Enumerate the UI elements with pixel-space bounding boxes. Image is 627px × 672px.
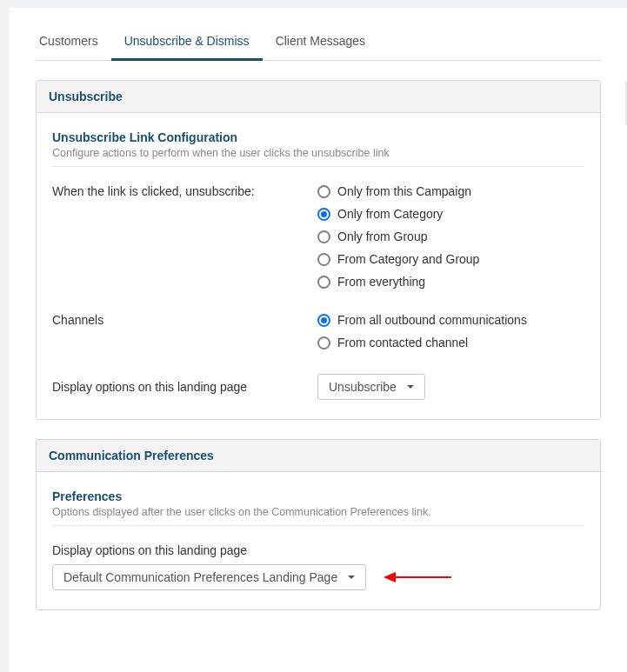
radio-item-campaign[interactable]: Only from this Campaign [317, 184, 479, 198]
svg-marker-1 [384, 572, 396, 582]
radio-icon [317, 314, 330, 327]
annotation-arrow [384, 570, 451, 584]
settings-frame: Customers Unsubscribe & Dismiss Client M… [10, 8, 627, 672]
tab-unsubscribe-dismiss[interactable]: Unsubscribe & Dismiss [111, 25, 263, 61]
communication-preferences-panel: Communication Preferences Preferences Op… [36, 439, 601, 610]
divider [52, 525, 584, 526]
dropdown-comm-prefs-display[interactable]: Default Communication Preferences Landin… [52, 564, 366, 590]
panel-body-unsubscribe: Unsubscribe Link Configuration Configure… [37, 113, 600, 419]
row-display-options-comm: Default Communication Preferences Landin… [52, 564, 584, 590]
panel-body-comm-prefs: Preferences Options displayed after the … [37, 472, 600, 609]
arrow-left-icon [384, 570, 451, 584]
radio-icon [317, 185, 330, 198]
radio-item-all-outbound[interactable]: From all outbound communications [317, 313, 527, 327]
radio-label: From Category and Group [337, 252, 479, 266]
panel-header-unsubscribe: Unsubscribe [37, 81, 600, 113]
tab-customers[interactable]: Customers [36, 25, 111, 61]
radio-group-channels: From all outbound communications From co… [317, 313, 527, 349]
radio-icon [317, 336, 330, 349]
radio-label: From all outbound communications [337, 313, 527, 327]
radio-icon [317, 230, 330, 243]
radio-item-category[interactable]: Only from Category [317, 207, 479, 221]
dropdown-unsubscribe-display[interactable]: Unsubscribe [317, 374, 425, 400]
radio-item-everything[interactable]: From everything [317, 275, 479, 289]
caret-down-icon [348, 576, 355, 579]
radio-label: From everything [337, 275, 425, 289]
section-title-preferences: Preferences [52, 489, 584, 503]
row-channels: Channels From all outbound communication… [52, 313, 584, 349]
caret-down-icon [407, 385, 414, 389]
radio-label: Only from Group [337, 230, 427, 243]
divider [52, 166, 584, 167]
radio-group-scope: Only from this Campaign Only from Catego… [317, 184, 479, 289]
radio-icon [317, 253, 330, 266]
dropdown-value: Default Communication Preferences Landin… [63, 570, 337, 584]
radio-icon [317, 276, 330, 289]
section-subtitle-preferences: Options displayed after the user clicks … [52, 506, 584, 518]
section-title-link-config: Unsubscribe Link Configuration [52, 130, 584, 144]
tabs-bar: Customers Unsubscribe & Dismiss Client M… [36, 25, 601, 61]
label-channels: Channels [52, 313, 317, 327]
tab-client-messages[interactable]: Client Messages [263, 25, 379, 61]
radio-label: Only from Category [337, 207, 443, 221]
label-when-clicked: When the link is clicked, unsubscribe: [52, 184, 317, 198]
radio-item-contacted-channel[interactable]: From contacted channel [317, 336, 527, 349]
radio-item-group[interactable]: Only from Group [317, 230, 479, 243]
radio-label: From contacted channel [337, 336, 468, 349]
radio-label: Only from this Campaign [337, 184, 471, 198]
unsubscribe-panel: Unsubscribe Unsubscribe Link Configurati… [36, 80, 601, 420]
dropdown-value: Unsubscribe [329, 380, 397, 394]
row-display-options-unsub: Display options on this landing page Uns… [52, 374, 584, 400]
row-when-clicked: When the link is clicked, unsubscribe: O… [52, 184, 584, 289]
panel-header-comm-prefs: Communication Preferences [37, 440, 600, 472]
label-display-options-comm: Display options on this landing page [52, 543, 584, 557]
radio-item-category-group[interactable]: From Category and Group [317, 252, 479, 266]
label-display-options: Display options on this landing page [52, 380, 317, 394]
radio-icon [317, 208, 330, 221]
section-subtitle-link-config: Configure actions to perform when the us… [52, 147, 584, 159]
